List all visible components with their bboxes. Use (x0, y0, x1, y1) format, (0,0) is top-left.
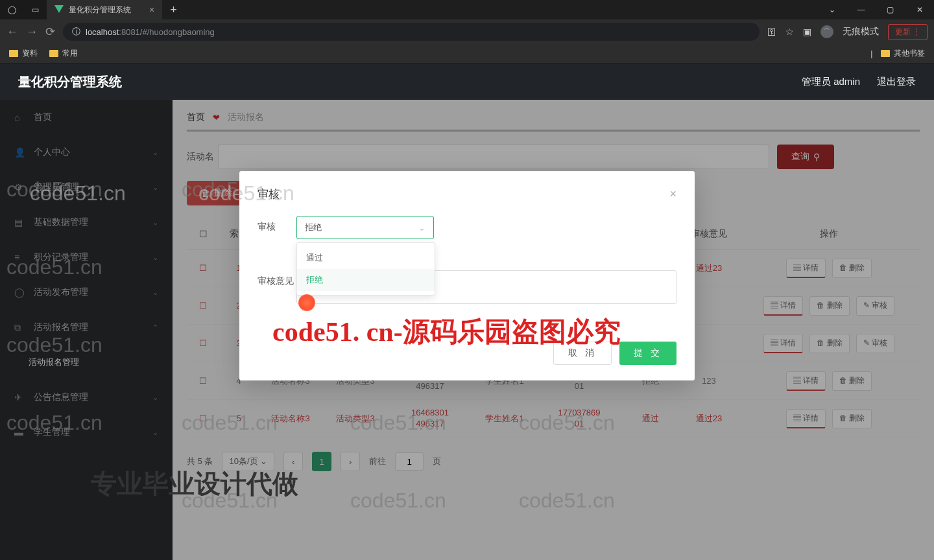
option-reject[interactable]: 拒绝 (297, 269, 435, 291)
logout-link[interactable]: 退出登录 (877, 76, 916, 88)
folder-icon (881, 50, 890, 57)
bookmark-other[interactable]: | 其他书签 (870, 48, 925, 59)
extensions-icon[interactable]: ▣ (803, 27, 811, 37)
update-button[interactable]: 更新 ⋮ (888, 24, 928, 40)
reload-button[interactable]: ⟳ (45, 25, 55, 39)
url-input[interactable]: ⓘ localhost:8081/#/huodongbaoming (63, 23, 760, 41)
submit-button[interactable]: 提 交 (619, 342, 677, 365)
folder-icon (49, 50, 58, 57)
new-tab-button[interactable]: + (162, 3, 185, 17)
minimize-button[interactable]: — (846, 0, 876, 19)
bookmark-item[interactable]: 常用 (49, 48, 78, 59)
bookmark-bar: 资料 常用 | 其他书签 (0, 44, 934, 64)
tab-blank[interactable]: ◯ (0, 0, 24, 19)
close-icon[interactable]: × (149, 5, 154, 15)
audit-modal: 审核 × 审核 拒绝⌄ 通过 拒绝 审核意见 (239, 171, 695, 380)
key-icon[interactable]: ⚿ (767, 27, 776, 37)
close-icon[interactable]: × (669, 187, 677, 201)
chevron-down-icon: ⌄ (418, 223, 425, 233)
modal-mask[interactable]: 审核 × 审核 拒绝⌄ 通过 拒绝 审核意见 (0, 100, 934, 560)
info-icon: ⓘ (72, 26, 80, 38)
field-label-opinion: 审核意见 (257, 270, 296, 287)
forward-button[interactable]: → (26, 25, 38, 39)
select-dropdown: 通过 拒绝 (296, 242, 435, 296)
tab-explorer[interactable]: ▭ (24, 0, 47, 19)
option-pass[interactable]: 通过 (297, 247, 435, 269)
modal-title: 审核 (257, 187, 280, 202)
chevron-down-icon[interactable]: ⌄ (817, 0, 846, 19)
tab-title: 量化积分管理系统 (69, 5, 131, 16)
star-icon[interactable]: ☆ (785, 27, 794, 37)
field-label-state: 审核 (257, 216, 296, 233)
os-titlebar: ◯ ▭ 量化积分管理系统 × + ⌄ — ▢ ✕ (0, 0, 934, 19)
folder-icon (9, 50, 18, 57)
tab-active[interactable]: 量化积分管理系统 × (47, 0, 162, 19)
bookmark-item[interactable]: 资料 (9, 48, 38, 59)
maximize-button[interactable]: ▢ (876, 0, 905, 19)
address-bar: ← → ⟳ ⓘ localhost:8081/#/huodongbaoming … (0, 19, 934, 44)
watermark: code51.cn (30, 181, 126, 205)
app-title: 量化积分管理系统 (18, 73, 122, 91)
incognito-icon: ⌒ (820, 25, 833, 38)
back-button[interactable]: ← (6, 25, 18, 39)
vue-icon (54, 5, 64, 14)
state-select[interactable]: 拒绝⌄ 通过 拒绝 (296, 216, 434, 239)
incognito-label: 无痕模式 (843, 26, 879, 38)
close-button[interactable]: ✕ (905, 0, 934, 19)
cancel-button[interactable]: 取 消 (553, 342, 612, 365)
app-header: 量化积分管理系统 管理员 admin 退出登录 (0, 64, 934, 100)
user-label: 管理员 admin (802, 76, 860, 88)
